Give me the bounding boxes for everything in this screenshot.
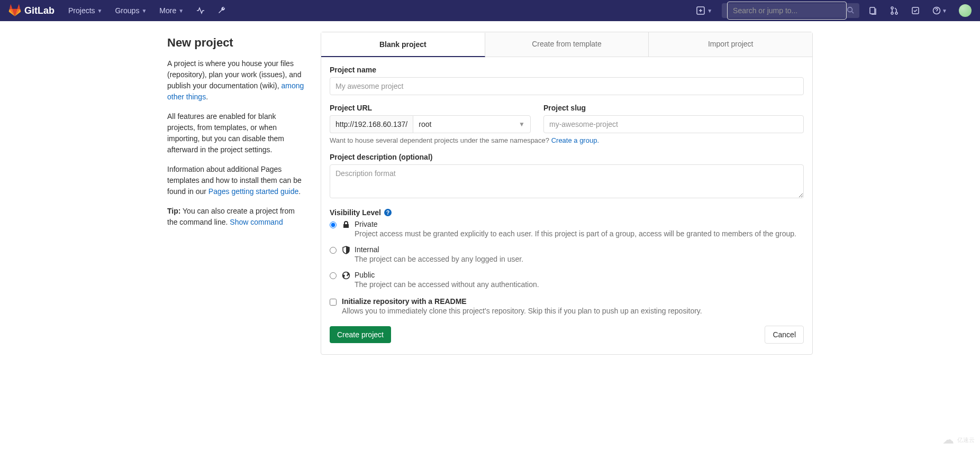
- tab-create-from-template[interactable]: Create from template: [485, 32, 649, 57]
- namespace-value: root: [419, 120, 431, 128]
- info-paragraph-3: Information about additional Pages templ…: [167, 164, 305, 197]
- tanuki-icon: [8, 4, 21, 17]
- svg-rect-2: [870, 7, 875, 14]
- chevron-down-icon: ▼: [178, 8, 184, 14]
- tab-blank-project[interactable]: Blank project: [321, 33, 485, 57]
- initialize-readme-title: Initialize repository with a README: [342, 297, 702, 306]
- top-navbar: GitLab Projects▼ Groups▼ More▼ ▼ ▼: [0, 0, 980, 21]
- initialize-readme-desc: Allows you to immediately clone this pro…: [342, 307, 702, 315]
- project-name-label: Project name: [330, 66, 804, 74]
- namespace-hint: Want to house several dependent projects…: [330, 136, 804, 144]
- chevron-down-icon: ▼: [942, 8, 947, 14]
- namespace-select[interactable]: root ▼: [413, 115, 531, 133]
- visibility-level-label: Visibility Level: [330, 208, 381, 217]
- visibility-private-desc: Project access must be granted explicitl…: [355, 229, 796, 238]
- new-project-form: Project name Project URL http://192.168.…: [321, 57, 812, 354]
- gitlab-logo[interactable]: GitLab: [8, 4, 55, 17]
- visibility-public-title: Public: [355, 271, 539, 279]
- svg-point-5: [895, 12, 897, 14]
- show-command-link[interactable]: Show command: [230, 218, 283, 226]
- visibility-radio-public[interactable]: [330, 272, 337, 279]
- visibility-option-private[interactable]: Private Project access must be granted e…: [330, 220, 804, 238]
- chevron-down-icon: ▼: [519, 121, 525, 128]
- nav-more[interactable]: More▼: [154, 0, 189, 21]
- visibility-internal-title: Internal: [355, 245, 523, 254]
- project-slug-input[interactable]: [543, 115, 804, 133]
- nav-groups[interactable]: Groups▼: [110, 0, 152, 21]
- visibility-internal-desc: The project can be accessed by any logge…: [355, 255, 523, 263]
- svg-point-4: [891, 12, 893, 14]
- tabs: Blank project Create from template Impor…: [321, 32, 812, 57]
- initialize-readme-checkbox[interactable]: [330, 299, 337, 306]
- svg-point-3: [891, 7, 893, 9]
- todos-icon[interactable]: [906, 0, 925, 21]
- visibility-private-title: Private: [355, 220, 796, 228]
- project-url-prefix: http://192.168.60.137/: [330, 115, 413, 133]
- pages-guide-link[interactable]: Pages getting started guide: [208, 187, 298, 196]
- info-paragraph-2: All features are enabled for blank proje…: [167, 111, 305, 155]
- sidebar-info: New project A project is where you house…: [167, 32, 305, 355]
- activity-icon[interactable]: [191, 0, 210, 21]
- tab-import-project[interactable]: Import project: [649, 32, 812, 57]
- merge-requests-icon[interactable]: [885, 0, 904, 21]
- nav-projects[interactable]: Projects▼: [63, 0, 107, 21]
- initialize-readme-option[interactable]: Initialize repository with a README Allo…: [330, 297, 804, 315]
- info-paragraph-1: A project is where you house your files …: [167, 58, 305, 103]
- project-description-input[interactable]: [330, 164, 804, 198]
- help-icon[interactable]: ?: [384, 209, 392, 216]
- cancel-button[interactable]: Cancel: [765, 326, 804, 344]
- globe-icon: [342, 271, 350, 281]
- plus-icon[interactable]: ▼: [691, 0, 718, 21]
- search-box[interactable]: [722, 3, 859, 18]
- project-url-label: Project URL: [330, 104, 531, 112]
- issues-icon[interactable]: [864, 0, 883, 21]
- user-avatar[interactable]: [959, 4, 972, 17]
- tip-label: Tip:: [167, 207, 180, 215]
- visibility-public-desc: The project can be accessed without any …: [355, 280, 539, 289]
- project-slug-label: Project slug: [543, 104, 804, 112]
- create-project-button[interactable]: Create project: [330, 326, 391, 343]
- project-description-label: Project description (optional): [330, 153, 804, 161]
- visibility-radio-private[interactable]: [330, 222, 337, 228]
- main-panel: Blank project Create from template Impor…: [321, 32, 813, 355]
- search-icon: [847, 6, 854, 15]
- chevron-down-icon: ▼: [97, 8, 103, 14]
- create-group-link[interactable]: Create a group.: [551, 136, 599, 144]
- help-icon[interactable]: ▼: [927, 0, 952, 21]
- wrench-icon[interactable]: [212, 0, 231, 21]
- brand-text: GitLab: [24, 5, 55, 16]
- search-input[interactable]: [727, 2, 847, 20]
- lock-icon: [342, 220, 350, 230]
- shield-icon: [342, 246, 350, 256]
- visibility-radio-internal[interactable]: [330, 247, 337, 254]
- project-name-input[interactable]: [330, 77, 804, 95]
- chevron-down-icon: ▼: [141, 8, 147, 14]
- svg-point-1: [848, 7, 852, 12]
- chevron-down-icon: ▼: [707, 8, 712, 14]
- visibility-option-internal[interactable]: Internal The project can be accessed by …: [330, 245, 804, 263]
- tip-paragraph: Tip: You can also create a project from …: [167, 206, 305, 228]
- page-title: New project: [167, 36, 305, 50]
- visibility-option-public[interactable]: Public The project can be accessed witho…: [330, 271, 804, 289]
